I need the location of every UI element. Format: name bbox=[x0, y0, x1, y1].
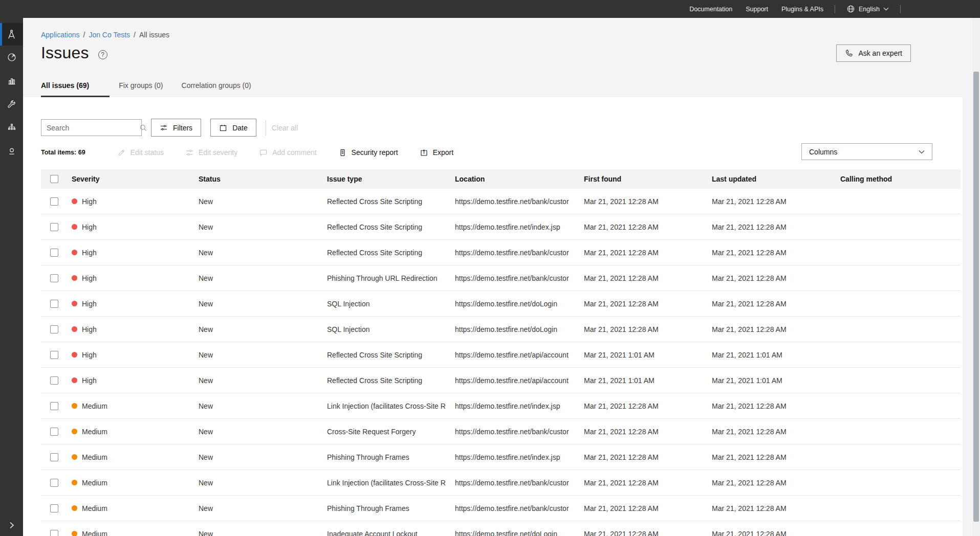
table-row[interactable]: Medium New Phishing Through Frames https… bbox=[41, 496, 961, 521]
row-checkbox[interactable] bbox=[50, 300, 58, 308]
row-checkbox[interactable] bbox=[50, 197, 58, 206]
edit-status-button[interactable]: Edit status bbox=[117, 148, 164, 157]
add-comment-button[interactable]: Add comment bbox=[259, 148, 316, 157]
chevron-down-icon bbox=[919, 150, 925, 154]
table-row[interactable]: High New SQL Injection https://demo.test… bbox=[41, 317, 961, 342]
header-issue-type[interactable]: Issue type bbox=[327, 175, 455, 183]
table-row[interactable]: Medium New Phishing Through Frames https… bbox=[41, 444, 961, 470]
first-found-cell: Mar 21, 2021 12:28 AM bbox=[584, 325, 712, 333]
sidebar-item-applications[interactable] bbox=[0, 23, 23, 46]
vertical-scrollbar[interactable] bbox=[972, 18, 980, 536]
header-first-found[interactable]: First found bbox=[584, 175, 712, 183]
sidebar-item-reports[interactable] bbox=[0, 69, 23, 93]
status-cell: New bbox=[199, 249, 327, 257]
sidebar-item-tools[interactable] bbox=[0, 93, 23, 116]
link-documentation[interactable]: Documentation bbox=[689, 6, 732, 13]
table-row[interactable]: Medium New Link Injection (facilitates C… bbox=[41, 393, 961, 419]
tab-all-issues[interactable]: All issues (69) bbox=[41, 81, 110, 97]
severity-cell: High bbox=[72, 223, 199, 231]
sidebar-item-scans[interactable] bbox=[0, 46, 23, 69]
expand-sidebar-button[interactable] bbox=[0, 517, 23, 534]
row-checkbox[interactable] bbox=[50, 428, 58, 436]
severity-dot-icon bbox=[72, 377, 77, 383]
export-button[interactable]: Export bbox=[420, 148, 453, 157]
table-row[interactable]: Medium New Link Injection (facilitates C… bbox=[41, 470, 961, 496]
comment-icon bbox=[259, 148, 268, 157]
search-input[interactable] bbox=[47, 124, 139, 132]
header-severity[interactable]: Severity bbox=[72, 175, 199, 183]
last-updated-cell: Mar 21, 2021 12:28 AM bbox=[712, 479, 840, 487]
header-status[interactable]: Status bbox=[199, 175, 327, 183]
last-updated-cell: Mar 21, 2021 12:28 AM bbox=[712, 300, 840, 308]
filters-button[interactable]: Filters bbox=[151, 119, 201, 137]
status-cell: New bbox=[199, 530, 327, 536]
location-cell: https://demo.testfire.net/bank/custor bbox=[455, 504, 584, 512]
row-checkbox[interactable] bbox=[50, 249, 58, 257]
link-plugins-apis[interactable]: Plugins & APIs bbox=[781, 6, 823, 13]
columns-dropdown[interactable]: Columns bbox=[801, 143, 932, 160]
tab-correlation-groups[interactable]: Correlation groups (0) bbox=[172, 81, 260, 97]
date-button[interactable]: Date bbox=[210, 119, 256, 137]
issue-type-cell: SQL Injection bbox=[327, 325, 455, 333]
table-row[interactable]: High New SQL Injection https://demo.test… bbox=[41, 291, 961, 317]
severity-dot-icon bbox=[72, 531, 77, 536]
row-checkbox[interactable] bbox=[50, 453, 58, 461]
ask-an-expert-button[interactable]: Ask an expert bbox=[836, 44, 911, 62]
topbar-divider bbox=[900, 5, 901, 13]
table-row[interactable]: High New Reflected Cross Site Scripting … bbox=[41, 342, 961, 368]
table-row[interactable]: High New Reflected Cross Site Scripting … bbox=[41, 240, 961, 265]
calendar-icon bbox=[219, 124, 227, 132]
first-found-cell: Mar 21, 2021 12:28 AM bbox=[584, 428, 712, 436]
clear-all-button[interactable]: Clear all bbox=[272, 124, 298, 132]
severity-cell: High bbox=[72, 300, 199, 308]
scrollbar-thumb[interactable] bbox=[973, 72, 979, 522]
last-updated-cell: Mar 21, 2021 1:01 AM bbox=[712, 376, 840, 385]
total-items-label: Total items: 69 bbox=[41, 149, 85, 156]
language-selector[interactable]: English bbox=[846, 5, 889, 13]
row-checkbox[interactable] bbox=[50, 504, 58, 512]
table-row[interactable]: High New Reflected Cross Site Scripting … bbox=[41, 214, 961, 240]
last-updated-cell: Mar 21, 2021 12:28 AM bbox=[712, 428, 840, 436]
link-support[interactable]: Support bbox=[746, 6, 768, 13]
location-cell: https://demo.testfire.net/index.jsp bbox=[455, 402, 584, 410]
table-row[interactable]: High New Reflected Cross Site Scripting … bbox=[41, 189, 961, 214]
last-updated-cell: Mar 21, 2021 12:28 AM bbox=[712, 504, 840, 512]
table-row[interactable]: Medium New Cross-Site Request Forgery ht… bbox=[41, 419, 961, 444]
row-checkbox[interactable] bbox=[50, 402, 58, 410]
search-icon[interactable] bbox=[139, 124, 147, 132]
globe-icon bbox=[846, 5, 855, 13]
tab-fix-groups[interactable]: Fix groups (0) bbox=[110, 81, 172, 97]
user-icon bbox=[7, 146, 17, 157]
location-cell: https://demo.testfire.net/bank/custor bbox=[455, 197, 584, 206]
row-checkbox[interactable] bbox=[50, 351, 58, 359]
table-row[interactable]: Medium New Inadequate Account Lockout ht… bbox=[41, 521, 961, 536]
sidebar-item-account[interactable] bbox=[0, 140, 23, 163]
row-checkbox[interactable] bbox=[50, 376, 58, 385]
sliders-icon bbox=[185, 148, 194, 157]
breadcrumb-application-name[interactable]: Jon Co Tests bbox=[89, 31, 130, 39]
header-calling-method[interactable]: Calling method bbox=[840, 175, 961, 183]
header-location[interactable]: Location bbox=[455, 175, 584, 183]
first-found-cell: Mar 21, 2021 12:28 AM bbox=[584, 274, 712, 282]
row-checkbox[interactable] bbox=[50, 479, 58, 487]
last-updated-cell: Mar 21, 2021 12:28 AM bbox=[712, 249, 840, 257]
select-all-checkbox[interactable] bbox=[50, 175, 58, 183]
sidebar-item-organization[interactable] bbox=[0, 116, 23, 140]
breadcrumb-applications[interactable]: Applications bbox=[41, 31, 80, 39]
issue-type-cell: Reflected Cross Site Scripting bbox=[327, 223, 455, 231]
wrench-icon bbox=[7, 99, 17, 109]
row-checkbox[interactable] bbox=[50, 530, 58, 536]
security-report-button[interactable]: Security report bbox=[338, 148, 398, 157]
row-checkbox[interactable] bbox=[50, 274, 58, 282]
issues-table: Severity Status Issue type Location Firs… bbox=[41, 169, 961, 536]
table-row[interactable]: High New Phishing Through URL Redirectio… bbox=[41, 265, 961, 291]
help-icon[interactable]: ? bbox=[98, 50, 107, 59]
row-checkbox[interactable] bbox=[50, 325, 58, 333]
row-checkbox[interactable] bbox=[50, 223, 58, 231]
header-last-updated[interactable]: Last updated bbox=[712, 175, 840, 183]
edit-severity-button[interactable]: Edit severity bbox=[185, 148, 237, 157]
severity-dot-icon bbox=[72, 403, 77, 409]
issue-type-cell: Cross-Site Request Forgery bbox=[327, 428, 455, 436]
tab-bar: All issues (69) Fix groups (0) Correlati… bbox=[41, 79, 260, 97]
table-row[interactable]: High New Reflected Cross Site Scripting … bbox=[41, 368, 961, 393]
